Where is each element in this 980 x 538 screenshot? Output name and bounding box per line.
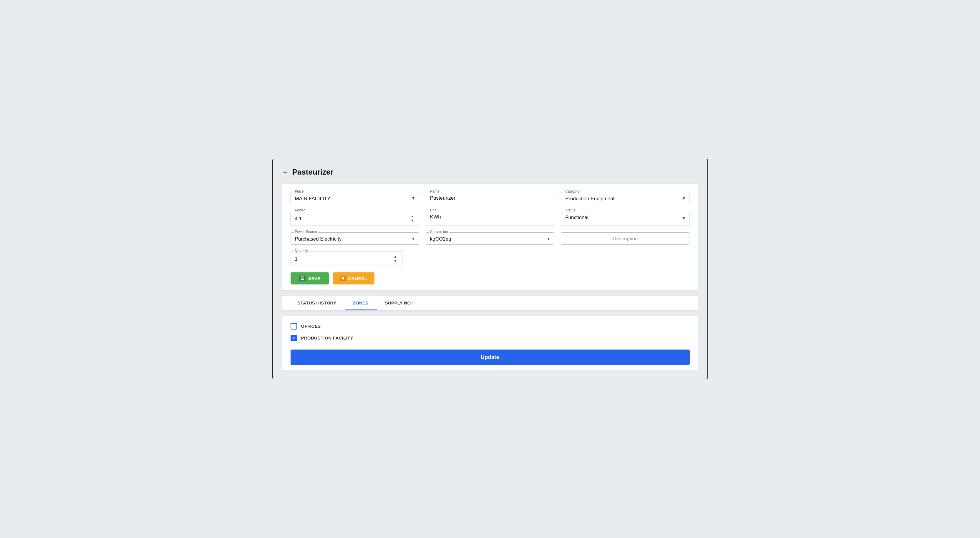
tab-status-history[interactable]: STATUS HISTORY xyxy=(290,296,345,310)
conversion-label: Conversion xyxy=(429,230,449,234)
production-facility-label: PRODUCTION FACILITY xyxy=(301,336,353,341)
category-value: Production Equipment xyxy=(565,195,614,202)
power-source-dropdown-icon: ▼ xyxy=(411,236,415,241)
place-label: Place xyxy=(294,189,305,193)
status-dropdown-icon: ▼ xyxy=(682,216,686,221)
power-spinner[interactable]: ▲ ▼ xyxy=(410,214,415,223)
unit-input[interactable] xyxy=(430,214,550,220)
buttons-row: 💾 SAVE ✖ CANCEL xyxy=(291,272,690,285)
tabs-header: STATUS HISTORY ZONES SUPPLY NO : xyxy=(282,296,698,311)
unit-field[interactable]: Unit xyxy=(426,211,554,226)
place-dropdown-icon: ▼ xyxy=(411,196,415,201)
name-input[interactable] xyxy=(430,195,550,201)
name-label: Name xyxy=(429,189,441,193)
conversion-value: kgCO2eq xyxy=(430,236,451,242)
tabs-card: STATUS HISTORY ZONES SUPPLY NO : xyxy=(282,296,698,311)
power-label: Power xyxy=(294,208,306,212)
unit-label: Unit xyxy=(429,208,438,212)
power-decrement[interactable]: ▼ xyxy=(410,218,415,223)
description-placeholder: Description xyxy=(612,236,638,242)
back-button[interactable]: ← xyxy=(282,169,289,176)
power-source-value: Purchased Electricity xyxy=(295,236,342,242)
form-row-1: Place MAIN FACILITY ▼ Name Category Prod… xyxy=(291,192,690,204)
production-facility-checkbox[interactable] xyxy=(291,335,297,341)
cancel-button[interactable]: ✖ CANCEL xyxy=(333,272,374,285)
save-label: SAVE xyxy=(308,276,321,281)
conversion-field[interactable]: Conversion kgCO2eq ▼ xyxy=(426,232,554,245)
category-dropdown-icon: ▼ xyxy=(682,196,686,201)
update-button[interactable]: Update xyxy=(291,350,690,365)
zone-item-offices: OFFICES xyxy=(291,323,690,329)
description-field[interactable]: Description xyxy=(561,232,689,245)
zones-card: OFFICES PRODUCTION FACILITY Update xyxy=(282,316,698,371)
offices-label: OFFICES xyxy=(301,324,321,329)
power-field[interactable]: Power 4.1 ▲ ▼ xyxy=(291,211,419,226)
form-card: Place MAIN FACILITY ▼ Name Category Prod… xyxy=(282,184,698,290)
save-button[interactable]: 💾 SAVE xyxy=(291,272,329,285)
place-field[interactable]: Place MAIN FACILITY ▼ xyxy=(291,192,419,204)
save-icon: 💾 xyxy=(299,275,306,281)
quantity-value: 1 xyxy=(295,256,298,262)
category-field[interactable]: Category Production Equipment ▼ xyxy=(561,192,689,204)
name-field[interactable]: Name xyxy=(426,192,554,204)
status-field[interactable]: Status Functional ▼ xyxy=(561,211,689,226)
cancel-icon: ✖ xyxy=(340,275,346,281)
form-row-4: Quantity 1 ▲ ▼ xyxy=(291,251,402,266)
status-label: Status xyxy=(564,208,576,212)
place-value: MAIN FACILITY xyxy=(295,195,331,202)
tab-supply-no[interactable]: SUPPLY NO : xyxy=(377,296,422,310)
form-row-2: Power 4.1 ▲ ▼ Unit Status Functional ▼ xyxy=(291,211,690,226)
status-value: Functional xyxy=(565,214,588,221)
quantity-field[interactable]: Quantity 1 ▲ ▼ xyxy=(291,251,402,266)
conversion-dropdown-icon: ▼ xyxy=(546,236,550,241)
cancel-label: CANCEL xyxy=(348,276,368,281)
power-source-field[interactable]: Power Source Purchased Electricity ▼ xyxy=(291,232,419,245)
zone-item-production-facility: PRODUCTION FACILITY xyxy=(291,335,690,341)
page-container: ← Pasteurizer Place MAIN FACILITY ▼ Name… xyxy=(272,159,708,379)
power-source-label: Power Source xyxy=(294,230,318,234)
tab-zones[interactable]: ZONES xyxy=(345,296,377,310)
form-row-3: Power Source Purchased Electricity ▼ Con… xyxy=(291,232,690,245)
offices-checkbox[interactable] xyxy=(291,323,297,329)
quantity-spinner[interactable]: ▲ ▼ xyxy=(393,255,398,263)
page-header: ← Pasteurizer xyxy=(282,167,698,177)
power-increment[interactable]: ▲ xyxy=(410,214,415,218)
power-value: 4.1 xyxy=(295,215,302,222)
quantity-increment[interactable]: ▲ xyxy=(393,255,398,259)
quantity-decrement[interactable]: ▼ xyxy=(393,259,398,263)
quantity-label: Quantity xyxy=(294,248,309,253)
page-title: Pasteurizer xyxy=(292,167,334,177)
category-label: Category xyxy=(564,189,581,193)
